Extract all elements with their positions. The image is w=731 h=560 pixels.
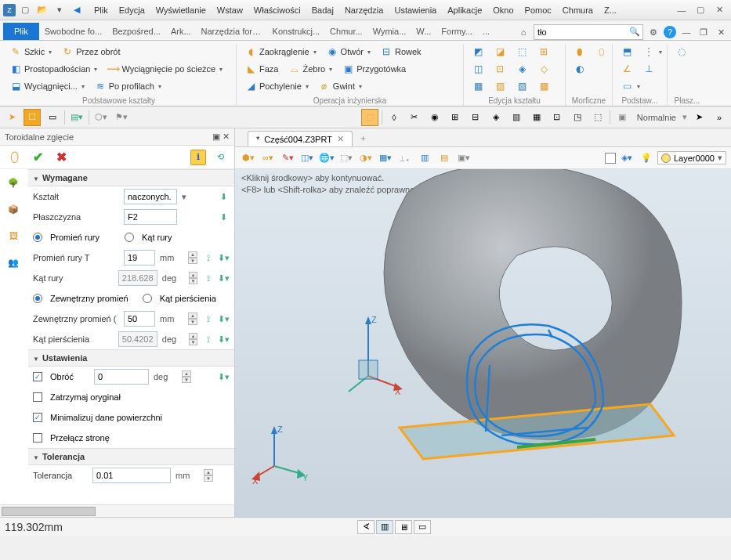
info-button[interactable]: ℹ [190, 150, 206, 165]
cmd-prostopadloscian[interactable]: ◧Prostopadłościan [6, 61, 100, 77]
input-plaszczyzna[interactable] [124, 209, 177, 225]
edit-btn[interactable]: ◈ [512, 61, 531, 77]
vp-btn[interactable]: ◉ [426, 109, 443, 126]
morph-btn[interactable]: ◐ [570, 61, 589, 77]
edit-btn[interactable]: ⊞ [534, 44, 553, 60]
spinner[interactable]: ▲▼ [182, 370, 191, 383]
inner-restore-icon[interactable]: ❐ [697, 25, 711, 39]
ribbon-tab[interactable]: ... [478, 23, 494, 40]
input-zew-promien[interactable] [124, 311, 155, 327]
edit-btn[interactable]: ◇ [534, 61, 553, 77]
filter-icon[interactable]: ▭ [44, 109, 61, 126]
cursor2-icon[interactable]: ➤ [690, 109, 707, 126]
morph-btn[interactable]: ⬯ [592, 44, 611, 60]
vp-grid-icon[interactable]: ▦▾ [377, 150, 394, 167]
section-ustawienia[interactable]: Ustawienia [28, 349, 234, 367]
base-btn[interactable]: ⋮ [639, 44, 665, 60]
edit-btn[interactable]: ⬚ [512, 44, 531, 60]
pick-icon[interactable]: ⬇ [217, 211, 230, 223]
edit-btn[interactable]: ◪ [490, 44, 509, 60]
menu-edycja[interactable]: Edycja [118, 2, 147, 18]
edit-btn[interactable]: ◩ [469, 44, 487, 60]
inner-close-icon[interactable]: ✕ [714, 25, 728, 39]
pick-icon[interactable]: ⬇▾ [217, 370, 230, 383]
section-tolerancja[interactable]: Tolerancja [28, 448, 234, 465]
cmd-zaokraglenie[interactable]: ◖Zaokrąglenie [241, 44, 320, 60]
color-swatch[interactable] [605, 153, 616, 164]
qat-dropdown-icon[interactable]: ▾ [52, 2, 67, 18]
cmd-szkic[interactable]: ✎Szkic [6, 44, 55, 60]
search-icon[interactable]: 🔍 [629, 27, 640, 37]
panel-close-icon[interactable]: ✕ [223, 132, 230, 141]
menu-okno[interactable]: Okno [491, 2, 515, 18]
pick-icon[interactable]: ⬇▾ [217, 272, 230, 284]
menu-aplikacje[interactable]: Aplikacje [446, 2, 483, 18]
sb-btn[interactable]: ▭ [414, 520, 431, 534]
ruler-icon[interactable]: ⟟ [202, 251, 215, 264]
vp-pen-icon[interactable]: ✎▾ [279, 150, 296, 167]
inner-minimize-icon[interactable]: — [679, 25, 693, 39]
search-input[interactable] [534, 24, 643, 40]
cmd-przygotowka[interactable]: ▣Przygotówka [338, 61, 409, 77]
spinner[interactable]: ▲▼ [188, 313, 197, 325]
vp-chain-icon[interactable]: ∞▾ [259, 150, 277, 167]
layer-combo[interactable]: Layer0000 ▾ [657, 151, 726, 164]
menu-wstaw[interactable]: Wstaw [215, 2, 244, 18]
input-ksztalt[interactable] [124, 189, 177, 204]
menu-pomoc[interactable]: Pomoc [523, 2, 553, 18]
viewport-3d[interactable]: <Kliknij środkowy> aby kontynuować. <F8>… [235, 169, 731, 517]
radio-kat-pier[interactable] [143, 294, 152, 303]
sb-btn[interactable]: ▥ [376, 520, 393, 534]
menu-plik[interactable]: Plik [92, 2, 110, 18]
cmd-wyciagniecie-sciezka[interactable]: ⟿Wyciągnięcie po ścieżce [103, 61, 226, 77]
panel-pin-icon[interactable]: ▣ [212, 132, 220, 141]
vp-render-icon[interactable]: ▣▾ [455, 150, 472, 167]
dropdown-icon[interactable]: ▾ [182, 192, 186, 202]
display-mode[interactable]: Normalnie [634, 113, 679, 122]
maximize-button[interactable]: ▢ [692, 3, 709, 17]
vp-color-icon[interactable]: ◑▾ [357, 150, 375, 167]
edit-btn[interactable]: ⊡ [490, 61, 509, 77]
pick-icon[interactable]: ⬇▾ [217, 251, 230, 264]
view-cube-icon[interactable]: ⬚ [361, 109, 378, 126]
hex-icon[interactable]: ⬡▾ [92, 109, 110, 126]
select-mode-icon[interactable]: ☐ [24, 109, 41, 126]
vp-btn[interactable]: ◳ [569, 109, 586, 126]
gear-icon[interactable]: ⚙ [646, 25, 660, 39]
menu-narzedzia[interactable]: Narzędzia [343, 2, 385, 18]
check-minimalizuj[interactable]: ✓ [33, 413, 42, 422]
input-promien-rury-t[interactable] [124, 250, 155, 266]
ribbon-tab[interactable]: Chmur... [325, 23, 367, 40]
base-btn[interactable]: ∠ [617, 61, 636, 77]
vp-btn[interactable]: ▦ [528, 109, 545, 126]
input-tolerancja[interactable] [92, 468, 171, 483]
sb-btn[interactable]: 🖥 [395, 520, 412, 534]
menu-more[interactable]: Z... [603, 2, 618, 18]
radio-promien-rury[interactable] [33, 233, 42, 242]
reset-button[interactable]: ⟲ [211, 148, 230, 167]
input-obroc[interactable] [94, 369, 149, 385]
ribbon-tab[interactable]: Formy... [436, 23, 477, 40]
vp-split-icon[interactable]: ▤ [436, 150, 453, 167]
vp-btn[interactable]: ⬚ [589, 109, 606, 126]
cmd-po-profilach[interactable]: ≋Po profilach [91, 78, 165, 94]
edit-btn[interactable]: ▨ [490, 78, 509, 94]
pick-icon[interactable]: ⬇▾ [217, 333, 230, 345]
ribbon-tab[interactable]: Narzędzia form... [197, 23, 267, 40]
grid-icon[interactable]: ▤▾ [68, 109, 85, 126]
document-tab[interactable]: * Część004.Z3PRT ✕ [248, 131, 353, 146]
qat-new-icon[interactable]: ▢ [17, 2, 33, 18]
edit-btn[interactable]: ▩ [534, 78, 553, 94]
spinner[interactable]: ▲▼ [188, 251, 197, 264]
base-btn[interactable]: ⊥ [639, 61, 658, 77]
ribbon-tab[interactable]: Konstrukcj... [268, 23, 325, 40]
cmd-przez-obrot[interactable]: ↻Przez obrót [58, 44, 123, 60]
close-button[interactable]: ✕ [711, 3, 728, 17]
vp-section-icon[interactable]: ▥ [416, 150, 433, 167]
ok-button[interactable]: ✔ [28, 148, 47, 167]
vp-btn[interactable]: ⊞ [447, 109, 464, 126]
vp-measure-icon[interactable]: ⟂▾ [396, 150, 414, 167]
vp-btn[interactable]: ◈ [487, 109, 505, 126]
vp-btn[interactable]: ✂ [406, 109, 423, 126]
menu-chmura[interactable]: Chmura [561, 2, 595, 18]
